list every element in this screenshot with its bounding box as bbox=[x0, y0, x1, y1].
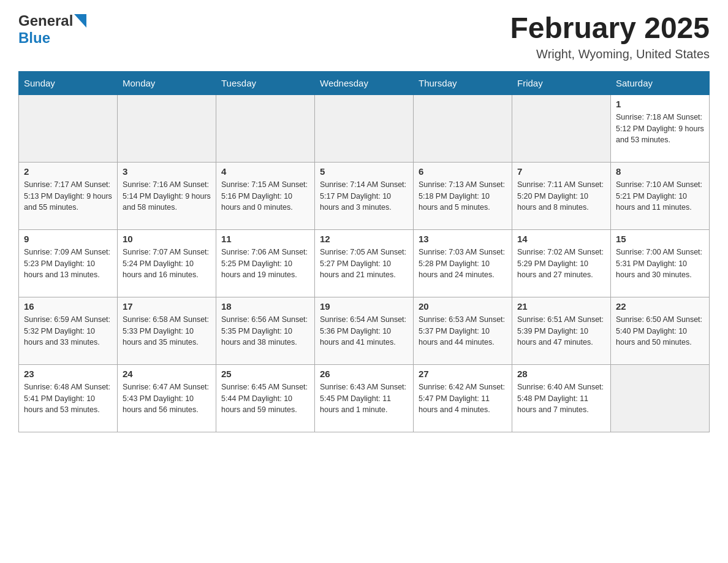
day-number: 1 bbox=[616, 99, 704, 109]
calendar-week-row: 23Sunrise: 6:48 AM Sunset: 5:41 PM Dayli… bbox=[19, 364, 710, 432]
logo-general-text: General bbox=[18, 12, 73, 29]
calendar-cell: 18Sunrise: 6:56 AM Sunset: 5:35 PM Dayli… bbox=[216, 297, 315, 364]
day-number: 2 bbox=[24, 166, 112, 177]
day-number: 4 bbox=[221, 166, 309, 177]
calendar-week-row: 2Sunrise: 7:17 AM Sunset: 5:13 PM Daylig… bbox=[19, 162, 710, 229]
calendar-cell: 4Sunrise: 7:15 AM Sunset: 5:16 PM Daylig… bbox=[216, 162, 315, 229]
calendar-cell: 13Sunrise: 7:03 AM Sunset: 5:28 PM Dayli… bbox=[414, 229, 512, 297]
calendar-title: February 2025 bbox=[510, 12, 710, 45]
calendar-cell: 25Sunrise: 6:45 AM Sunset: 5:44 PM Dayli… bbox=[216, 364, 315, 432]
day-number: 23 bbox=[24, 369, 112, 379]
calendar-body: 1Sunrise: 7:18 AM Sunset: 5:12 PM Daylig… bbox=[19, 94, 710, 432]
calendar-cell bbox=[512, 94, 611, 162]
day-info: Sunrise: 7:09 AM Sunset: 5:23 PM Dayligh… bbox=[24, 247, 112, 281]
svg-marker-0 bbox=[74, 14, 86, 28]
day-info: Sunrise: 6:42 AM Sunset: 5:47 PM Dayligh… bbox=[419, 381, 507, 416]
calendar-cell: 5Sunrise: 7:14 AM Sunset: 5:17 PM Daylig… bbox=[315, 162, 414, 229]
col-saturday: Saturday bbox=[611, 71, 710, 94]
calendar-cell: 22Sunrise: 6:50 AM Sunset: 5:40 PM Dayli… bbox=[611, 297, 710, 364]
day-info: Sunrise: 6:56 AM Sunset: 5:35 PM Dayligh… bbox=[221, 314, 309, 348]
page-header: General Blue February 2025 Wright, Wyomi… bbox=[18, 12, 710, 61]
calendar-cell bbox=[414, 94, 512, 162]
calendar-cell bbox=[315, 94, 414, 162]
calendar-cell: 17Sunrise: 6:58 AM Sunset: 5:33 PM Dayli… bbox=[118, 297, 216, 364]
day-info: Sunrise: 6:59 AM Sunset: 5:32 PM Dayligh… bbox=[24, 314, 112, 348]
day-info: Sunrise: 6:45 AM Sunset: 5:44 PM Dayligh… bbox=[221, 381, 309, 416]
day-info: Sunrise: 7:07 AM Sunset: 5:24 PM Dayligh… bbox=[123, 247, 211, 281]
calendar-week-row: 1Sunrise: 7:18 AM Sunset: 5:12 PM Daylig… bbox=[19, 94, 710, 162]
calendar-cell bbox=[611, 364, 710, 432]
col-sunday: Sunday bbox=[19, 71, 118, 94]
calendar-table: Sunday Monday Tuesday Wednesday Thursday… bbox=[18, 71, 710, 432]
day-info: Sunrise: 6:47 AM Sunset: 5:43 PM Dayligh… bbox=[123, 381, 211, 416]
day-info: Sunrise: 6:50 AM Sunset: 5:40 PM Dayligh… bbox=[616, 314, 704, 348]
day-info: Sunrise: 7:03 AM Sunset: 5:28 PM Dayligh… bbox=[419, 247, 507, 281]
calendar-cell bbox=[19, 94, 118, 162]
day-number: 6 bbox=[419, 166, 507, 177]
day-number: 14 bbox=[517, 234, 605, 244]
calendar-subtitle: Wright, Wyoming, United States bbox=[510, 47, 710, 61]
calendar-cell: 9Sunrise: 7:09 AM Sunset: 5:23 PM Daylig… bbox=[19, 229, 118, 297]
logo-blue-text: Blue bbox=[18, 29, 50, 46]
day-number: 12 bbox=[320, 234, 408, 244]
day-number: 19 bbox=[320, 301, 408, 312]
day-info: Sunrise: 7:16 AM Sunset: 5:14 PM Dayligh… bbox=[123, 179, 211, 213]
day-info: Sunrise: 7:00 AM Sunset: 5:31 PM Dayligh… bbox=[616, 247, 704, 281]
calendar-cell: 28Sunrise: 6:40 AM Sunset: 5:48 PM Dayli… bbox=[512, 364, 611, 432]
title-block: February 2025 Wright, Wyoming, United St… bbox=[510, 12, 710, 61]
logo: General Blue bbox=[18, 12, 86, 47]
col-tuesday: Tuesday bbox=[216, 71, 315, 94]
day-info: Sunrise: 6:51 AM Sunset: 5:39 PM Dayligh… bbox=[517, 314, 605, 348]
calendar-cell: 19Sunrise: 6:54 AM Sunset: 5:36 PM Dayli… bbox=[315, 297, 414, 364]
day-number: 27 bbox=[419, 369, 507, 379]
day-number: 15 bbox=[616, 234, 704, 244]
day-number: 20 bbox=[419, 301, 507, 312]
header-row: Sunday Monday Tuesday Wednesday Thursday… bbox=[19, 71, 710, 94]
day-number: 10 bbox=[123, 234, 211, 244]
day-number: 8 bbox=[616, 166, 704, 177]
day-info: Sunrise: 7:06 AM Sunset: 5:25 PM Dayligh… bbox=[221, 247, 309, 281]
day-number: 13 bbox=[419, 234, 507, 244]
logo-arrow-icon bbox=[74, 14, 86, 28]
day-info: Sunrise: 6:43 AM Sunset: 5:45 PM Dayligh… bbox=[320, 381, 408, 416]
col-wednesday: Wednesday bbox=[315, 71, 414, 94]
day-number: 9 bbox=[24, 234, 112, 244]
calendar-header: Sunday Monday Tuesday Wednesday Thursday… bbox=[19, 71, 710, 94]
calendar-cell: 1Sunrise: 7:18 AM Sunset: 5:12 PM Daylig… bbox=[611, 94, 710, 162]
calendar-cell: 8Sunrise: 7:10 AM Sunset: 5:21 PM Daylig… bbox=[611, 162, 710, 229]
calendar-cell: 20Sunrise: 6:53 AM Sunset: 5:37 PM Dayli… bbox=[414, 297, 512, 364]
day-info: Sunrise: 7:11 AM Sunset: 5:20 PM Dayligh… bbox=[517, 179, 605, 213]
day-number: 18 bbox=[221, 301, 309, 312]
day-info: Sunrise: 6:54 AM Sunset: 5:36 PM Dayligh… bbox=[320, 314, 408, 348]
calendar-cell: 11Sunrise: 7:06 AM Sunset: 5:25 PM Dayli… bbox=[216, 229, 315, 297]
calendar-cell: 2Sunrise: 7:17 AM Sunset: 5:13 PM Daylig… bbox=[19, 162, 118, 229]
day-info: Sunrise: 7:17 AM Sunset: 5:13 PM Dayligh… bbox=[24, 179, 112, 213]
calendar-week-row: 9Sunrise: 7:09 AM Sunset: 5:23 PM Daylig… bbox=[19, 229, 710, 297]
calendar-cell: 21Sunrise: 6:51 AM Sunset: 5:39 PM Dayli… bbox=[512, 297, 611, 364]
calendar-cell bbox=[216, 94, 315, 162]
day-info: Sunrise: 6:48 AM Sunset: 5:41 PM Dayligh… bbox=[24, 381, 112, 416]
calendar-cell: 12Sunrise: 7:05 AM Sunset: 5:27 PM Dayli… bbox=[315, 229, 414, 297]
calendar-cell: 24Sunrise: 6:47 AM Sunset: 5:43 PM Dayli… bbox=[118, 364, 216, 432]
day-number: 24 bbox=[123, 369, 211, 379]
col-thursday: Thursday bbox=[414, 71, 512, 94]
day-number: 3 bbox=[123, 166, 211, 177]
day-number: 22 bbox=[616, 301, 704, 312]
day-number: 26 bbox=[320, 369, 408, 379]
calendar-cell: 6Sunrise: 7:13 AM Sunset: 5:18 PM Daylig… bbox=[414, 162, 512, 229]
day-info: Sunrise: 7:05 AM Sunset: 5:27 PM Dayligh… bbox=[320, 247, 408, 281]
calendar-cell: 3Sunrise: 7:16 AM Sunset: 5:14 PM Daylig… bbox=[118, 162, 216, 229]
day-info: Sunrise: 7:10 AM Sunset: 5:21 PM Dayligh… bbox=[616, 179, 704, 213]
calendar-cell: 15Sunrise: 7:00 AM Sunset: 5:31 PM Dayli… bbox=[611, 229, 710, 297]
calendar-cell: 10Sunrise: 7:07 AM Sunset: 5:24 PM Dayli… bbox=[118, 229, 216, 297]
day-number: 16 bbox=[24, 301, 112, 312]
day-info: Sunrise: 6:40 AM Sunset: 5:48 PM Dayligh… bbox=[517, 381, 605, 416]
day-number: 5 bbox=[320, 166, 408, 177]
day-number: 11 bbox=[221, 234, 309, 244]
day-number: 25 bbox=[221, 369, 309, 379]
calendar-cell bbox=[118, 94, 216, 162]
calendar-cell: 23Sunrise: 6:48 AM Sunset: 5:41 PM Dayli… bbox=[19, 364, 118, 432]
calendar-week-row: 16Sunrise: 6:59 AM Sunset: 5:32 PM Dayli… bbox=[19, 297, 710, 364]
calendar-cell: 27Sunrise: 6:42 AM Sunset: 5:47 PM Dayli… bbox=[414, 364, 512, 432]
day-info: Sunrise: 7:14 AM Sunset: 5:17 PM Dayligh… bbox=[320, 179, 408, 213]
